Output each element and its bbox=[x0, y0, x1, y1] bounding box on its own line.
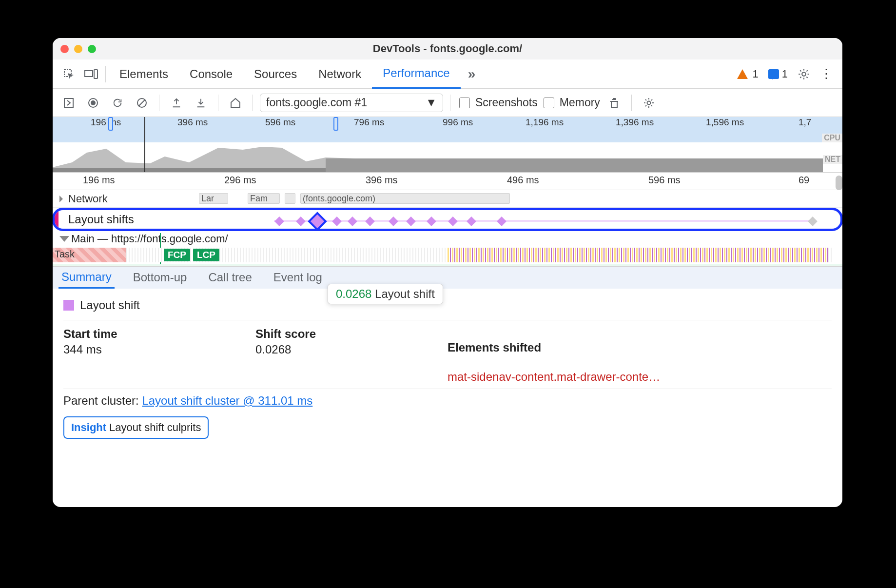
detail-ruler[interactable]: 196 ms 296 ms 396 ms 496 ms 596 ms 69 bbox=[53, 173, 842, 190]
svg-rect-12 bbox=[326, 158, 823, 172]
layout-shift-marker[interactable] bbox=[332, 216, 342, 226]
tab-call-tree[interactable]: Call tree bbox=[205, 266, 254, 289]
devtools-window: DevTools - fonts.google.com/ Elements Co… bbox=[53, 38, 842, 507]
more-tabs-icon[interactable]: » bbox=[461, 59, 483, 89]
svg-rect-11 bbox=[53, 168, 326, 172]
net-segment[interactable] bbox=[285, 193, 295, 204]
scrollbar-vertical[interactable] bbox=[836, 176, 842, 190]
checkbox-screenshots[interactable]: Screenshots bbox=[457, 96, 538, 110]
tab-console[interactable]: Console bbox=[179, 59, 243, 89]
net-segment[interactable]: (fonts.google.com) bbox=[300, 193, 510, 204]
elements-shifted-label: Elements shifted bbox=[448, 341, 832, 354]
layout-shift-marker[interactable] bbox=[406, 216, 416, 226]
download-profile-icon[interactable] bbox=[191, 93, 211, 113]
summary-heading: Layout shift bbox=[80, 298, 140, 312]
more-menu-icon[interactable]: ⋮ bbox=[815, 66, 838, 81]
net-segment[interactable]: Lar bbox=[199, 193, 228, 204]
main-label: Main — https://fonts.google.com/ bbox=[71, 233, 228, 245]
collapse-icon[interactable] bbox=[59, 236, 69, 242]
tab-elements[interactable]: Elements bbox=[109, 59, 179, 89]
overview-minimap[interactable]: 196 ms 396 ms 596 ms 796 ms 996 ms 1,196… bbox=[53, 117, 842, 173]
insight-chip[interactable]: Insight Layout shift culprits bbox=[63, 416, 209, 439]
reload-record-icon[interactable] bbox=[107, 93, 128, 113]
checkbox-memory[interactable]: Memory bbox=[542, 96, 600, 110]
svg-rect-2 bbox=[94, 70, 97, 78]
tab-summary[interactable]: Summary bbox=[58, 266, 115, 289]
device-toolbar-icon[interactable] bbox=[80, 59, 102, 89]
inspect-icon[interactable] bbox=[58, 59, 80, 89]
track-main[interactable]: Main — https://fonts.google.com/ Task FC… bbox=[53, 231, 842, 266]
home-icon[interactable] bbox=[225, 93, 246, 113]
tooltip-value: 0.0268 bbox=[336, 287, 371, 300]
layout-shifts-label: Layout shifts bbox=[68, 213, 134, 226]
parent-cluster-label: Parent cluster: bbox=[63, 394, 142, 407]
titlebar: DevTools - fonts.google.com/ bbox=[53, 38, 842, 59]
track-network-label: Network bbox=[68, 193, 108, 205]
recording-select[interactable]: fonts.google.com #1 ▼ bbox=[260, 94, 443, 112]
color-swatch-icon bbox=[63, 300, 74, 311]
badge-lcp[interactable]: LCP bbox=[193, 249, 219, 261]
capture-settings-gear-icon[interactable] bbox=[639, 93, 659, 113]
start-time-label: Start time bbox=[63, 327, 255, 341]
layout-shift-marker[interactable] bbox=[448, 216, 458, 226]
summary-table: Start time 344 ms Shift score 0.0268 Ele… bbox=[63, 325, 832, 384]
svg-rect-4 bbox=[64, 98, 73, 107]
parent-cluster-link[interactable]: Layout shift cluster @ 311.01 ms bbox=[142, 394, 312, 407]
clear-icon[interactable] bbox=[132, 93, 152, 113]
messages[interactable]: 1 bbox=[763, 68, 793, 80]
dropdown-icon: ▼ bbox=[426, 96, 437, 109]
upload-profile-icon[interactable] bbox=[166, 93, 187, 113]
time-cursor bbox=[144, 117, 145, 172]
layout-shift-marker[interactable] bbox=[497, 216, 506, 226]
warn-count: 1 bbox=[753, 68, 759, 80]
record-icon[interactable] bbox=[83, 93, 103, 113]
overview-ticks: 196 ms 396 ms 596 ms 796 ms 996 ms 1,196… bbox=[53, 117, 842, 130]
time-range-handle-right[interactable] bbox=[333, 117, 338, 131]
shift-score-label: Shift score bbox=[255, 327, 448, 341]
layout-shift-marker[interactable] bbox=[365, 216, 375, 226]
tab-network[interactable]: Network bbox=[308, 59, 372, 89]
track-network[interactable]: Network Lar Fam (fonts.google.com) bbox=[53, 190, 842, 208]
net-segment[interactable]: Fam bbox=[248, 193, 280, 204]
track-layout-shifts[interactable]: Layout shifts bbox=[53, 208, 842, 231]
cpu-label: CPU bbox=[822, 134, 842, 142]
layout-shift-marker-selected[interactable] bbox=[310, 214, 325, 229]
tab-sources[interactable]: Sources bbox=[243, 59, 308, 89]
panel-tabs: Elements Console Sources Network Perform… bbox=[53, 59, 842, 89]
svg-point-10 bbox=[647, 101, 650, 104]
layout-shift-marker[interactable] bbox=[808, 216, 818, 226]
issues-warning[interactable]: 1 bbox=[732, 68, 763, 80]
msg-count: 1 bbox=[782, 68, 788, 80]
time-range-handle-left[interactable] bbox=[108, 117, 113, 131]
elements-shifted-value[interactable]: mat-sidenav-content.mat-drawer-conte… bbox=[448, 370, 832, 384]
summary-pane: Layout shift Start time 344 ms Shift sco… bbox=[53, 289, 842, 449]
tab-event-log[interactable]: Event log bbox=[271, 266, 325, 289]
settings-gear-icon[interactable] bbox=[793, 68, 815, 80]
layout-shift-marker[interactable] bbox=[296, 216, 306, 226]
insight-prefix: Insight bbox=[71, 421, 106, 434]
trash-icon[interactable] bbox=[604, 93, 624, 113]
tooltip-label: Layout shift bbox=[375, 287, 435, 300]
svg-line-8 bbox=[139, 100, 145, 106]
tab-bottom-up[interactable]: Bottom-up bbox=[130, 266, 190, 289]
layout-shift-marker[interactable] bbox=[274, 216, 284, 226]
expand-icon[interactable] bbox=[59, 196, 66, 202]
tab-performance[interactable]: Performance bbox=[372, 59, 460, 89]
cpu-graph bbox=[53, 133, 823, 172]
shift-score-value: 0.0268 bbox=[255, 343, 448, 356]
layout-shift-marker[interactable] bbox=[348, 216, 357, 226]
badge-fcp[interactable]: FCP bbox=[164, 249, 190, 261]
window-title: DevTools - fonts.google.com/ bbox=[53, 42, 842, 55]
svg-rect-9 bbox=[611, 101, 617, 107]
layout-shift-marker[interactable] bbox=[427, 216, 436, 226]
task-label: Task bbox=[53, 249, 75, 260]
start-time-value: 344 ms bbox=[63, 343, 255, 356]
layout-shift-marker[interactable] bbox=[467, 216, 476, 226]
toggle-sidebar-icon[interactable] bbox=[58, 93, 79, 113]
net-label: NET bbox=[823, 155, 842, 164]
svg-point-3 bbox=[802, 72, 806, 76]
performance-toolbar: fonts.google.com #1 ▼ Screenshots Memory bbox=[53, 89, 842, 117]
layout-shift-marker[interactable] bbox=[389, 216, 398, 226]
svg-point-6 bbox=[91, 100, 96, 105]
details-tabs: Summary Bottom-up Call tree Event log bbox=[53, 266, 842, 289]
